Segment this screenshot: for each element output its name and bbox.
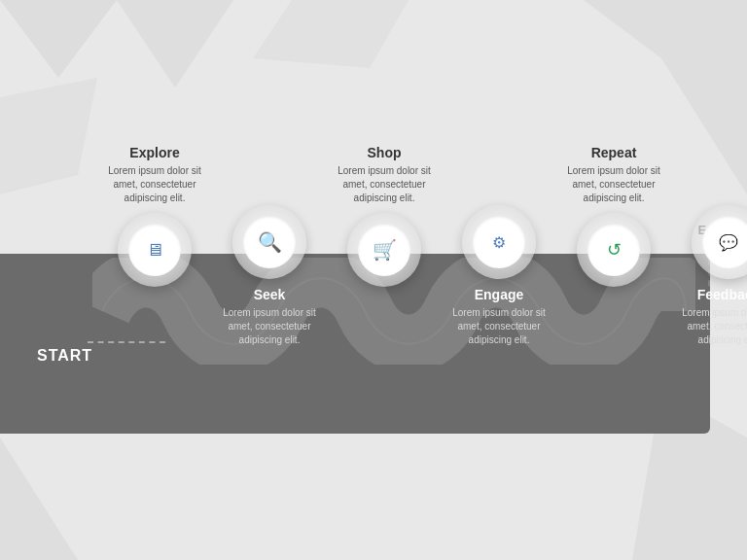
- step-shop: Shop Lorem ipsum dolor sit amet, consect…: [327, 108, 442, 384]
- feedback-icon: 💬: [719, 233, 738, 252]
- step-repeat-desc: Lorem ipsum dolor sit amet, consectetuer…: [556, 164, 671, 205]
- step-explore-label: Explore Lorem ipsum dolor sit amet, cons…: [97, 108, 212, 205]
- step-explore-title: Explore: [129, 145, 179, 160]
- step-repeat-title: Repeat: [591, 145, 637, 160]
- step-feedback-label: Feedback Lorem ipsum dolor sit amet, con…: [671, 287, 747, 384]
- step-repeat-label: Repeat Lorem ipsum dolor sit amet, conse…: [556, 108, 671, 205]
- step-engage-desc: Lorem ipsum dolor sit amet, consectetuer…: [442, 306, 556, 347]
- seek-icon: 🔍: [258, 230, 282, 254]
- step-shop-label: Shop Lorem ipsum dolor sit amet, consect…: [327, 108, 442, 205]
- step-engage-label: Engage Lorem ipsum dolor sit amet, conse…: [442, 287, 556, 384]
- step-seek-label: Seek Lorem ipsum dolor sit amet, consect…: [212, 287, 327, 384]
- step-feedback: 💬 Feedback Lorem ipsum dolor sit amet, c…: [671, 108, 747, 384]
- step-engage-title: Engage: [475, 287, 524, 302]
- step-engage-circle: ⚙: [462, 205, 536, 279]
- steps-container: Explore Lorem ipsum dolor sit amet, cons…: [97, 108, 747, 384]
- step-explore: Explore Lorem ipsum dolor sit amet, cons…: [97, 108, 212, 384]
- step-explore-circle: 🖥: [118, 213, 192, 287]
- step-seek: 🔍 Seek Lorem ipsum dolor sit amet, conse…: [212, 108, 327, 384]
- step-seek-circle: 🔍: [232, 205, 306, 279]
- explore-icon: 🖥: [146, 240, 163, 261]
- step-repeat-circle: ↺: [577, 213, 651, 287]
- repeat-icon: ↺: [607, 239, 622, 261]
- step-engage: ⚙ Engage Lorem ipsum dolor sit amet, con…: [442, 108, 556, 384]
- step-shop-title: Shop: [368, 145, 402, 160]
- step-seek-title: Seek: [254, 287, 286, 302]
- step-explore-desc: Lorem ipsum dolor sit amet, consectetuer…: [97, 164, 212, 205]
- shop-icon: 🛒: [373, 238, 397, 262]
- start-label: START: [37, 347, 92, 365]
- step-shop-desc: Lorem ipsum dolor sit amet, consectetuer…: [327, 164, 442, 205]
- step-seek-desc: Lorem ipsum dolor sit amet, consectetuer…: [212, 306, 327, 347]
- step-feedback-desc: Lorem ipsum dolor sit amet, consectetuer…: [671, 306, 747, 347]
- step-repeat: Repeat Lorem ipsum dolor sit amet, conse…: [556, 108, 671, 384]
- diagram: START END Explore Lorem ipsum dolor sit …: [0, 108, 747, 458]
- step-feedback-title: Feedback: [697, 287, 747, 302]
- engage-icon: ⚙: [492, 233, 506, 252]
- step-shop-circle: 🛒: [347, 213, 421, 287]
- step-feedback-circle: 💬: [692, 205, 747, 279]
